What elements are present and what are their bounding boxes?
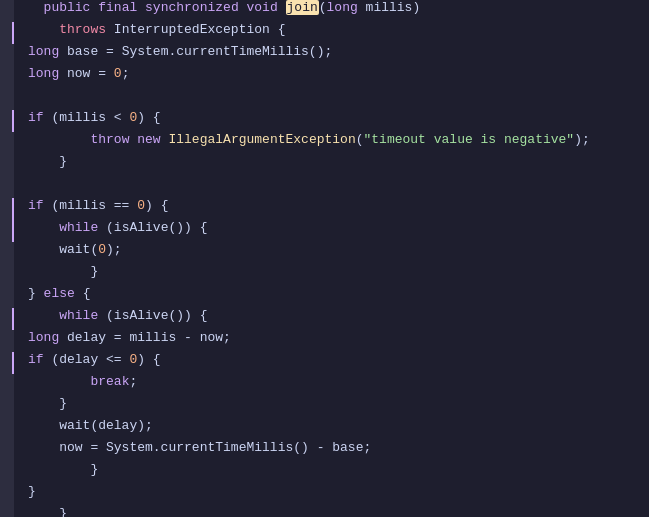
- num-0-now: 0: [114, 66, 122, 81]
- code-line-7: throw new IllegalArgumentException("time…: [0, 132, 649, 154]
- kw-long-delay: long: [28, 330, 59, 345]
- line-content-11: while (isAlive()) {: [20, 220, 649, 235]
- gutter-18: [0, 374, 14, 396]
- line-content-2: throws InterruptedException {: [20, 22, 649, 37]
- code-line-19: }: [0, 396, 649, 418]
- code-line-14: } else {: [0, 286, 649, 308]
- kw-final: final: [98, 0, 137, 15]
- line-content-20: wait(delay);: [20, 418, 649, 433]
- line-content-17: if (delay <= 0) {: [20, 352, 649, 367]
- line-content-7: throw new IllegalArgumentException("time…: [20, 132, 649, 147]
- code-line-6: if (millis < 0) {: [0, 110, 649, 132]
- kw-break: break: [90, 374, 129, 389]
- code-line-23: }: [0, 484, 649, 506]
- line-content-3: long base = System.currentTimeMillis();: [20, 44, 649, 59]
- gutter-22: [0, 462, 14, 484]
- gutter-21: [0, 440, 14, 462]
- code-line-18: break;: [0, 374, 649, 396]
- line-content-19: }: [20, 396, 649, 411]
- code-editor: public final synchronized void join(long…: [0, 0, 649, 517]
- code-line-9: [0, 176, 649, 198]
- gutter-24: [0, 506, 14, 517]
- line-content-18: break;: [20, 374, 649, 389]
- gutter-7: [0, 132, 14, 154]
- line-content-24: }: [20, 506, 649, 517]
- kw-if-3: if: [28, 352, 44, 367]
- gutter-14: [0, 286, 14, 308]
- line-content-8: }: [20, 154, 649, 169]
- line-content-21: now = System.currentTimeMillis() - base;: [20, 440, 649, 455]
- method-name-join: join: [286, 0, 319, 15]
- line-content-22: }: [20, 462, 649, 477]
- code-line-5: [0, 88, 649, 110]
- line-content-10: if (millis == 0) {: [20, 198, 649, 213]
- code-line-1: public final synchronized void join(long…: [0, 0, 649, 22]
- class-illegal-arg: IllegalArgumentException: [168, 132, 355, 147]
- code-line-3: long base = System.currentTimeMillis();: [0, 44, 649, 66]
- gutter-6: [0, 110, 14, 132]
- kw-new-1: new: [137, 132, 160, 147]
- code-line-24: }: [0, 506, 649, 517]
- kw-else: else: [44, 286, 75, 301]
- code-line-12: wait(0);: [0, 242, 649, 264]
- line-content-16: long delay = millis - now;: [20, 330, 649, 345]
- gutter-3: [0, 44, 14, 66]
- line-content-4: long now = 0;: [20, 66, 649, 81]
- gutter-1: [0, 0, 14, 22]
- gutter-2: [0, 22, 14, 44]
- code-line-21: now = System.currentTimeMillis() - base;: [0, 440, 649, 462]
- code-line-20: wait(delay);: [0, 418, 649, 440]
- gutter-8: [0, 154, 14, 176]
- gutter-23: [0, 484, 14, 506]
- throws-keyword: throws: [59, 22, 106, 37]
- kw-long: long: [327, 0, 358, 15]
- line-content-13: }: [20, 264, 649, 279]
- line-content-23: }: [20, 484, 649, 499]
- num-0-if2: 0: [137, 198, 145, 213]
- code-line-4: long now = 0;: [0, 66, 649, 88]
- indent: [28, 0, 44, 15]
- kw-if-1: if: [28, 110, 44, 125]
- gutter-16: [0, 330, 14, 352]
- num-0-wait: 0: [98, 242, 106, 257]
- kw-void: void: [247, 0, 278, 15]
- kw-long-now: long: [28, 66, 59, 81]
- code-line-8: }: [0, 154, 649, 176]
- gutter-19: [0, 396, 14, 418]
- gutter-9: [0, 176, 14, 198]
- code-line-15: while (isAlive()) {: [0, 308, 649, 330]
- kw-while-2: while: [59, 308, 98, 323]
- kw-while-1: while: [59, 220, 98, 235]
- kw-if-2: if: [28, 198, 44, 213]
- code-line-22: }: [0, 462, 649, 484]
- kw-synchronized: synchronized: [145, 0, 239, 15]
- line-content-1: public final synchronized void join(long…: [20, 0, 649, 15]
- code-line-2: throws InterruptedException {: [0, 22, 649, 44]
- code-line-17: if (delay <= 0) {: [0, 352, 649, 374]
- kw-public: public: [44, 0, 91, 15]
- code-line-11: while (isAlive()) {: [0, 220, 649, 242]
- kw-throw: throw: [90, 132, 129, 147]
- str-timeout: "timeout value is negative": [364, 132, 575, 147]
- line-content-5: [20, 88, 649, 103]
- code-line-10: if (millis == 0) {: [0, 198, 649, 220]
- line-content-12: wait(0);: [20, 242, 649, 257]
- code-line-13: }: [0, 264, 649, 286]
- gutter-10: [0, 198, 14, 220]
- gutter-4: [0, 66, 14, 88]
- kw-long-base: long: [28, 44, 59, 59]
- code-line-16: long delay = millis - now;: [0, 330, 649, 352]
- gutter-12: [0, 242, 14, 264]
- gutter-15: [0, 308, 14, 330]
- line-content-6: if (millis < 0) {: [20, 110, 649, 125]
- gutter-20: [0, 418, 14, 440]
- line-content-15: while (isAlive()) {: [20, 308, 649, 323]
- gutter-11: [0, 220, 14, 242]
- line-content-14: } else {: [20, 286, 649, 301]
- gutter-17: [0, 352, 14, 374]
- gutter-13: [0, 264, 14, 286]
- gutter-5: [0, 88, 14, 110]
- line-content-9: [20, 176, 649, 191]
